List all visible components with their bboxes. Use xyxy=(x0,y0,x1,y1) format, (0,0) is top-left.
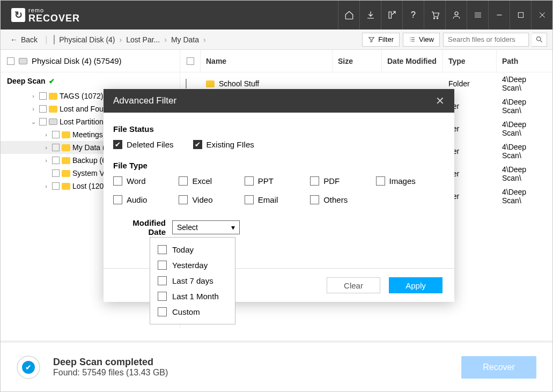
search-input[interactable] xyxy=(443,33,529,47)
checkbox[interactable] xyxy=(158,292,167,301)
row-path: 4\Deep Scan\ xyxy=(497,120,552,137)
maximize-icon[interactable] xyxy=(510,1,531,29)
search-icon xyxy=(535,35,543,43)
folder-icon xyxy=(62,144,70,151)
sidebar-root[interactable]: Physical Disk (4) (57549) xyxy=(1,50,180,72)
breadcrumb-item[interactable]: My Data xyxy=(171,35,199,44)
list-icon xyxy=(409,36,416,43)
filetype-word-checkbox[interactable]: Word xyxy=(113,176,179,186)
drive-icon xyxy=(54,35,55,44)
checkbox[interactable] xyxy=(7,57,14,65)
filetype-images-checkbox[interactable]: Images xyxy=(376,176,441,186)
home-icon[interactable] xyxy=(338,1,359,29)
caret-down-icon: ▾ xyxy=(231,223,235,232)
filetype-pdf-checkbox[interactable]: PDF xyxy=(310,176,375,186)
tree-item-label: TAGS (1072) xyxy=(60,92,103,100)
toolbar: ← Back | Physical Disk (4) › Lost Par...… xyxy=(1,29,552,50)
status-icon: ✔ xyxy=(17,356,40,379)
checkbox[interactable] xyxy=(39,105,47,113)
drive-icon xyxy=(49,119,57,125)
expand-icon[interactable]: › xyxy=(30,93,37,99)
filter-label: Filter xyxy=(378,35,394,43)
checkbox[interactable] xyxy=(158,276,167,285)
modified-date-select[interactable]: Select ▾ xyxy=(172,220,240,234)
modified-date-label: Modified Date xyxy=(113,218,166,236)
status-title: Deep Scan completed xyxy=(53,357,448,368)
filter-button[interactable]: Filter xyxy=(362,33,400,47)
dropdown-item[interactable]: Last 1 Month xyxy=(150,289,235,304)
checkbox[interactable] xyxy=(52,144,60,151)
expand-icon[interactable]: › xyxy=(42,131,50,138)
filetype-video-checkbox[interactable]: Video xyxy=(179,195,244,204)
menu-icon[interactable] xyxy=(467,1,488,29)
checkbox[interactable] xyxy=(52,182,60,190)
checkbox[interactable] xyxy=(39,118,47,125)
expand-icon[interactable]: › xyxy=(42,183,50,189)
modal-header: Advanced Filter ✕ xyxy=(104,89,454,113)
existing-files-checkbox[interactable]: ✔Existing FIles xyxy=(193,140,254,149)
cart-icon[interactable] xyxy=(424,1,445,29)
svg-point-0 xyxy=(433,18,434,19)
close-icon[interactable] xyxy=(531,1,552,29)
svg-rect-3 xyxy=(518,12,523,17)
chevron-right-icon: › xyxy=(164,35,167,44)
checkbox[interactable] xyxy=(39,92,47,100)
statusbar: ✔ Deep Scan completed Found: 57549 files… xyxy=(1,341,552,391)
filetype-others-checkbox[interactable]: Others xyxy=(310,195,375,204)
svg-point-2 xyxy=(455,12,458,15)
col-type[interactable]: Type xyxy=(443,50,497,72)
row-path: 4\Deep Scan\ xyxy=(497,143,552,160)
deleted-files-checkbox[interactable]: ✔Deleted Files xyxy=(113,140,174,149)
chevron-right-icon: › xyxy=(120,35,122,44)
breadcrumb-item[interactable]: Lost Par... xyxy=(126,35,160,44)
dropdown-item[interactable]: Yesterday xyxy=(150,257,235,273)
col-name[interactable]: Name xyxy=(201,50,333,72)
col-size[interactable]: Size xyxy=(333,50,382,72)
row-name: School Stuff xyxy=(219,79,259,88)
close-icon[interactable]: ✕ xyxy=(436,94,445,107)
filter-icon xyxy=(368,36,375,43)
logo-icon: ↻ xyxy=(11,8,25,22)
folder-icon xyxy=(62,170,70,177)
search-button[interactable] xyxy=(532,33,547,47)
expand-icon[interactable]: › xyxy=(30,106,37,112)
expand-icon[interactable]: ⌄ xyxy=(30,119,37,125)
checkbox[interactable] xyxy=(52,169,60,177)
checkbox[interactable] xyxy=(52,131,60,138)
select-all-checkbox[interactable] xyxy=(187,57,194,65)
filetype-ppt-checkbox[interactable]: PPT xyxy=(245,176,310,186)
checkbox[interactable] xyxy=(52,157,60,164)
filetype-email-checkbox[interactable]: Email xyxy=(245,195,310,204)
dropdown-item[interactable]: Custom xyxy=(150,304,235,320)
dropdown-item[interactable]: Last 7 days xyxy=(150,273,235,289)
expand-icon[interactable]: › xyxy=(42,157,50,164)
col-path[interactable]: Path xyxy=(497,50,552,72)
back-button[interactable]: ← Back xyxy=(6,33,42,46)
col-date[interactable]: Date Modified xyxy=(382,50,443,72)
filetype-audio-checkbox[interactable]: Audio xyxy=(113,195,179,204)
tree-item-label: Lost Partition xyxy=(60,117,104,126)
dropdown-item[interactable]: Today xyxy=(150,242,235,257)
apply-button[interactable]: Apply xyxy=(389,277,443,293)
breadcrumb-item[interactable]: Physical Disk (4) xyxy=(59,35,115,44)
tree-item-label: Meetings xyxy=(72,130,103,139)
checkbox[interactable] xyxy=(158,245,167,254)
clear-button[interactable]: Clear xyxy=(327,277,380,293)
recover-button[interactable]: Recover xyxy=(461,356,536,379)
expand-icon[interactable]: › xyxy=(42,144,50,151)
filetype-excel-checkbox[interactable]: Excel xyxy=(179,176,244,186)
row-path: 4\Deep Scan\ xyxy=(497,165,552,182)
checkbox[interactable] xyxy=(158,307,167,316)
help-icon[interactable]: ? xyxy=(402,1,424,29)
chevron-right-icon: › xyxy=(203,35,206,44)
row-path: 4\Deep Scan\ xyxy=(497,98,552,115)
checkbox[interactable] xyxy=(186,79,187,88)
minimize-icon[interactable] xyxy=(488,1,510,29)
export-icon[interactable] xyxy=(381,1,402,29)
checkbox[interactable] xyxy=(158,261,167,270)
svg-point-1 xyxy=(437,18,438,19)
view-button[interactable]: View xyxy=(403,33,440,47)
download-icon[interactable] xyxy=(359,1,381,29)
view-label: View xyxy=(419,35,434,43)
user-icon[interactable] xyxy=(445,1,467,29)
